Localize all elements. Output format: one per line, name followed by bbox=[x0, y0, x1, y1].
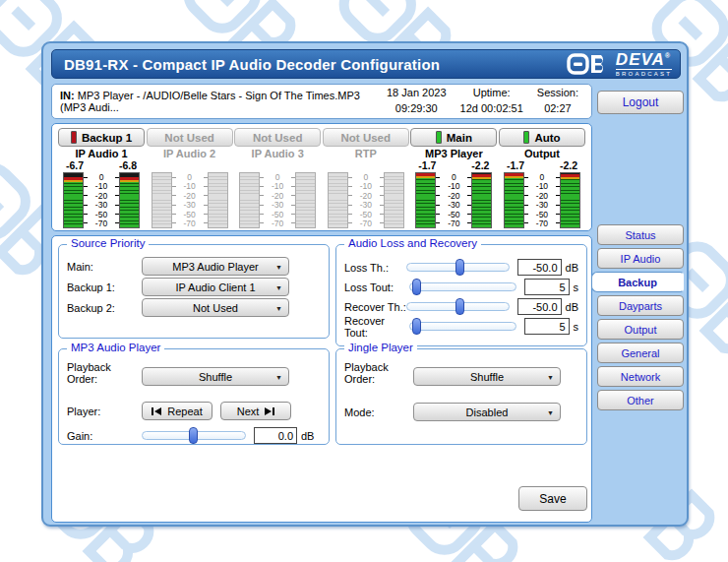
meter-source-name: IP Audio 1 bbox=[75, 147, 127, 160]
source-status-button[interactable]: Not Used bbox=[234, 128, 321, 147]
tick-label: -20 bbox=[536, 192, 548, 200]
sidebar-item-ip-audio[interactable]: IP Audio bbox=[597, 248, 684, 269]
left-channel-level-bar bbox=[63, 172, 84, 228]
source-status-button[interactable]: Auto bbox=[499, 128, 585, 147]
source-status-label: Not Used bbox=[164, 132, 213, 144]
sidebar-item-network[interactable]: Network bbox=[597, 366, 684, 387]
settings-panel: Source Priority Main:MP3 Audio Player▼Ba… bbox=[51, 235, 592, 523]
scale-tick: -50 bbox=[436, 211, 471, 219]
skip-start-icon bbox=[152, 407, 161, 415]
right-channel-level bbox=[287, 160, 321, 172]
mp3-playback-order-select[interactable]: Shuffle ▼ bbox=[142, 367, 289, 386]
jingle-playback-order-select[interactable]: Shuffle ▼ bbox=[413, 367, 561, 386]
sidebar-item-backup[interactable]: Backup bbox=[591, 272, 684, 292]
tick-label: -20 bbox=[448, 192, 459, 200]
recover-tout-slider[interactable] bbox=[409, 322, 516, 331]
tick-mark bbox=[524, 186, 528, 187]
tick-label: 0 bbox=[275, 173, 280, 181]
gain-slider[interactable] bbox=[142, 431, 246, 440]
logout-button[interactable]: Logout bbox=[597, 91, 684, 114]
tick-mark bbox=[84, 195, 88, 196]
tick-label: -50 bbox=[272, 211, 283, 219]
tick-label: -20 bbox=[95, 192, 107, 200]
tick-mark bbox=[436, 205, 440, 206]
left-channel-level bbox=[234, 160, 268, 172]
slider-thumb[interactable] bbox=[455, 298, 464, 315]
tick-mark bbox=[84, 177, 88, 178]
left-channel-level: -1.7 bbox=[499, 160, 532, 172]
tick-label: -70 bbox=[95, 219, 107, 227]
source-priority-value: MP3 Audio Player bbox=[143, 261, 288, 273]
scale-tick: -10 bbox=[524, 182, 560, 190]
gain-slider-thumb[interactable] bbox=[189, 427, 198, 444]
tick-mark bbox=[172, 177, 176, 178]
meter-cap bbox=[561, 173, 579, 179]
jingle-playback-order-value: Shuffle bbox=[414, 371, 560, 383]
source-priority-select-1[interactable]: MP3 Audio Player▼ bbox=[142, 257, 289, 276]
uptime: Uptime: 12d 00:02:51 bbox=[454, 86, 530, 117]
red-status-led-icon bbox=[71, 131, 77, 144]
time-value: 09:29:30 bbox=[387, 101, 447, 117]
meter-bars: 0-10-20-30-50-70 bbox=[63, 172, 140, 228]
meter-column-ip-audio-2: Not UsedIP Audio 20-10-20-30-50-70 bbox=[147, 128, 233, 228]
sidebar-item-output[interactable]: Output bbox=[597, 319, 684, 340]
brand-text: DEVA® BROADCAST bbox=[616, 51, 672, 77]
scale-tick: -20 bbox=[348, 192, 384, 200]
scale-tick: 0 bbox=[436, 173, 471, 181]
source-status-button[interactable]: Not Used bbox=[323, 128, 409, 147]
scale-tick: 0 bbox=[260, 173, 295, 181]
sidebar-item-other[interactable]: Other bbox=[597, 390, 684, 410]
meter-scale: 0-10-20-30-50-70 bbox=[260, 172, 295, 228]
tick-mark bbox=[260, 177, 264, 178]
audio-loss-legend: Audio Loss and Recovery bbox=[344, 237, 481, 249]
recover-th-slider[interactable] bbox=[406, 302, 510, 311]
tick-mark bbox=[524, 222, 528, 223]
gain-label: Gain: bbox=[67, 430, 142, 442]
tick-label: 0 bbox=[540, 173, 545, 181]
left-channel-level-bar bbox=[328, 172, 348, 228]
source-priority-select-3[interactable]: Not Used▼ bbox=[142, 298, 289, 317]
audio-loss-row: Recover Th.:-50.0dB bbox=[344, 298, 578, 315]
loss-tout-slider[interactable] bbox=[409, 282, 516, 291]
scale-tick: -50 bbox=[84, 211, 119, 219]
gain-value[interactable]: 0.0 bbox=[254, 427, 297, 444]
left-channel-level-bar bbox=[152, 172, 172, 228]
slider-thumb[interactable] bbox=[455, 259, 464, 276]
slider-thumb[interactable] bbox=[412, 279, 421, 295]
repeat-button[interactable]: Repeat bbox=[142, 402, 212, 420]
loss-th-slider[interactable] bbox=[406, 263, 510, 272]
tick-mark bbox=[260, 195, 264, 196]
slider-thumb[interactable] bbox=[412, 318, 421, 335]
audio-loss-value[interactable]: -50.0 bbox=[517, 298, 561, 315]
tick-label: -50 bbox=[536, 211, 548, 219]
audio-loss-unit: dB bbox=[566, 301, 578, 313]
source-status-button[interactable]: Not Used bbox=[147, 128, 233, 147]
scale-tick: -20 bbox=[172, 192, 208, 200]
audio-loss-value[interactable]: -50.0 bbox=[517, 259, 561, 276]
sidebar-item-status[interactable]: Status bbox=[597, 224, 684, 245]
source-priority-select-2[interactable]: IP Audio Client 1▼ bbox=[142, 278, 289, 296]
audio-loss-value[interactable]: 5 bbox=[524, 279, 570, 295]
now-playing-text: IN: MP3 Player - /AUDIO/Belle Stars - Si… bbox=[58, 90, 380, 113]
save-button[interactable]: Save bbox=[518, 486, 587, 511]
source-priority-row: Backup 1:IP Audio Client 1▼ bbox=[67, 278, 321, 296]
left-channel-level-bar bbox=[415, 172, 436, 228]
meter-peak-values bbox=[234, 160, 321, 172]
audio-loss-value[interactable]: 5 bbox=[524, 318, 570, 335]
tick-mark bbox=[260, 222, 264, 223]
sidebar-item-dayparts[interactable]: Dayparts bbox=[597, 295, 684, 316]
left-channel-level-bar bbox=[239, 172, 260, 228]
jingle-mode-label: Mode: bbox=[344, 406, 413, 418]
source-priority-legend: Source Priority bbox=[67, 237, 149, 249]
source-status-button[interactable]: Backup 1 bbox=[58, 128, 145, 147]
next-button[interactable]: Next bbox=[220, 402, 291, 420]
right-channel-level-bar bbox=[295, 172, 316, 228]
meter-source-name: MP3 Player bbox=[425, 147, 483, 160]
jingle-mode-select[interactable]: Disabled ▼ bbox=[413, 403, 561, 421]
meter-cap bbox=[120, 173, 139, 182]
source-status-label: Not Used bbox=[253, 132, 302, 144]
scale-tick: -70 bbox=[436, 219, 471, 227]
source-status-button[interactable]: Main bbox=[410, 128, 497, 147]
scale-tick: -10 bbox=[260, 182, 295, 190]
sidebar-item-general[interactable]: General bbox=[597, 343, 684, 363]
